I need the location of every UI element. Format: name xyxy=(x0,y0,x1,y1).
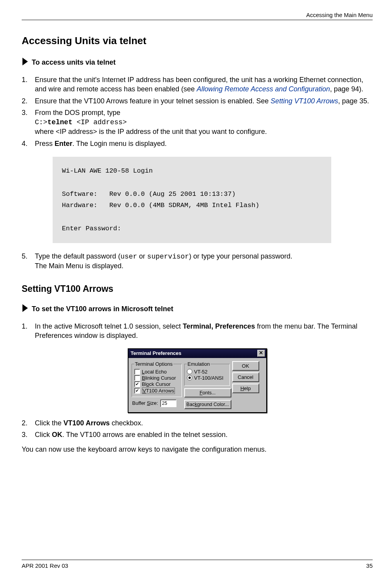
dialog-titlebar[interactable]: Terminal Preferences ✕ xyxy=(128,349,266,358)
page-footer: APR 2001 Rev 03 35 xyxy=(22,560,373,569)
radio-vt100ansi[interactable]: VT-100/ANSI xyxy=(187,375,227,381)
link-vt100[interactable]: Setting VT100 Arrows xyxy=(270,97,338,105)
arrow-icon xyxy=(22,58,29,67)
closing-text: You can now use the keyboard arrow keys … xyxy=(22,445,373,454)
checkbox-icon[interactable] xyxy=(134,375,140,381)
fonts-button[interactable]: Fonts... xyxy=(184,388,231,397)
dialog-title: Terminal Preferences xyxy=(131,350,181,356)
procedure-heading-telnet: To access units via telnet xyxy=(22,58,373,67)
radio-icon[interactable] xyxy=(187,369,192,374)
group-emulation: Emulation VT-52 VT-100/ANSI xyxy=(184,361,230,386)
section-title-vt100: Setting VT100 Arrows xyxy=(22,284,373,294)
terminal-preferences-dialog: Terminal Preferences ✕ Terminal Options … xyxy=(128,348,267,413)
background-color-button[interactable]: Background Color... xyxy=(184,400,231,409)
section-title-telnet: Accessing Units via telnet xyxy=(22,35,373,47)
procedure-label: To set the VT100 arrows in Microsoft tel… xyxy=(32,305,173,313)
step-1: Ensure that the unit's Internet IP addre… xyxy=(22,75,373,94)
footer-left: APR 2001 Rev 03 xyxy=(22,562,68,569)
close-icon[interactable]: ✕ xyxy=(257,350,265,357)
step-3-vt: Click OK. The VT100 arrows are enabled i… xyxy=(22,430,373,439)
checkbox-vt100-arrows[interactable]: ✔ VT100 Arrows xyxy=(134,387,179,394)
checkbox-blinking-cursor[interactable]: Blinking Cursor xyxy=(134,375,179,381)
step-5: Type the default password (user or super… xyxy=(22,252,373,271)
checkbox-icon[interactable]: ✔ xyxy=(134,388,140,394)
procedure-label: To access units via telnet xyxy=(32,58,116,67)
radio-icon[interactable] xyxy=(187,375,192,380)
login-screen-output: Wi-LAN AWE 120-58 Login Software: Rev 0.… xyxy=(53,157,331,243)
radio-vt52[interactable]: VT-52 xyxy=(187,369,227,375)
svg-marker-1 xyxy=(22,304,28,312)
group-terminal-options: Terminal Options Local Echo Blinking Cur… xyxy=(132,361,182,397)
step-2: Ensure that the VT100 Arrows feature in … xyxy=(22,96,373,106)
steps-vt100: In the active Microsoft telnet 1.0 sessi… xyxy=(22,322,373,341)
checkbox-local-echo[interactable]: Local Echo xyxy=(134,369,179,375)
steps-vt100-cont: Click the VT100 Arrows checkbox. Click O… xyxy=(22,418,373,440)
checkbox-icon[interactable] xyxy=(134,369,140,375)
page-number: 35 xyxy=(366,562,373,569)
link-remote-access[interactable]: Allowing Remote Access and Configuration xyxy=(197,85,330,93)
step-3: From the DOS prompt, type C:>telnet <IP … xyxy=(22,108,373,137)
help-button[interactable]: Help xyxy=(232,384,259,393)
procedure-heading-vt100: To set the VT100 arrows in Microsoft tel… xyxy=(22,304,373,314)
ok-button[interactable]: OK xyxy=(232,361,259,371)
step-1-vt: In the active Microsoft telnet 1.0 sessi… xyxy=(22,322,373,341)
checkbox-icon[interactable]: ✔ xyxy=(134,381,140,387)
step-4: Press Enter. The Login menu is displayed… xyxy=(22,139,373,148)
cancel-button[interactable]: Cancel xyxy=(232,372,259,382)
buffer-size-row: Buffer Size: 25 xyxy=(132,399,182,407)
steps-telnet-cont: Type the default password (user or super… xyxy=(22,252,373,271)
steps-telnet: Ensure that the unit's Internet IP addre… xyxy=(22,75,373,148)
svg-marker-0 xyxy=(22,58,28,65)
buffer-size-input[interactable]: 25 xyxy=(160,399,176,407)
step-2-vt: Click the VT100 Arrows checkbox. xyxy=(22,418,373,428)
running-header: Accessing the Main Menu xyxy=(22,12,373,20)
checkbox-block-cursor[interactable]: ✔ Block Cursor xyxy=(134,381,179,387)
arrow-icon xyxy=(22,304,29,314)
